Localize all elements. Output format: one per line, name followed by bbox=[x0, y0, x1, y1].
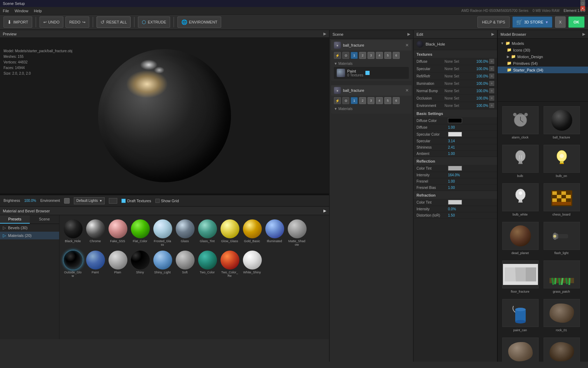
tex-icon-environment[interactable]: ≡ bbox=[489, 103, 494, 108]
extrude-button[interactable]: ⬡ EXTRUDE bbox=[138, 16, 170, 28]
scene-obj-2-header[interactable]: ● ball_fracture ✕ bbox=[331, 85, 412, 96]
color-swatch[interactable] bbox=[109, 198, 117, 204]
refr-color-swatch[interactable] bbox=[448, 200, 462, 205]
scene-expand-icon[interactable]: ▶ bbox=[407, 32, 410, 36]
model-item-ball-fracture[interactable]: ball_fracture bbox=[542, 104, 581, 141]
scene-num-10[interactable]: 4 bbox=[376, 97, 383, 104]
x-button[interactable]: X bbox=[555, 16, 565, 28]
mat-item-white-shiny[interactable]: White_Shiny bbox=[241, 249, 262, 279]
scene-num-5[interactable]: 5 bbox=[384, 52, 391, 59]
ok-button[interactable]: OK bbox=[568, 16, 585, 28]
model-item-bulb[interactable]: bulb bbox=[500, 143, 540, 179]
scene-obj-1-header[interactable]: ● ball_fracture ✕ bbox=[331, 40, 412, 50]
mat-item-paint[interactable]: Paint bbox=[85, 249, 106, 279]
model-item-rock-02[interactable]: rock_02 bbox=[500, 336, 540, 362]
refr-ior-value[interactable]: 1.50 bbox=[448, 213, 455, 217]
lights-dropdown[interactable]: Default Lights ▼ bbox=[74, 197, 105, 204]
mat-item-chrome[interactable]: Chrome bbox=[85, 218, 106, 248]
mat-item-black-hole[interactable]: Black_Hole bbox=[62, 218, 83, 248]
redo-button[interactable]: REDO ↪ bbox=[65, 16, 89, 28]
tex-pct-environment[interactable]: 100.0% bbox=[476, 104, 488, 108]
scene-num-2[interactable]: 2 bbox=[359, 52, 366, 59]
tree-models[interactable]: ▼ 📁 Models bbox=[498, 40, 588, 47]
specular-value[interactable]: 3.14 bbox=[448, 139, 455, 143]
model-item-dead-planet[interactable]: dead_planet bbox=[500, 220, 540, 257]
model-item-chess-board[interactable]: chess_board bbox=[542, 182, 581, 218]
tex-icon-refl[interactable]: ≡ bbox=[489, 74, 494, 79]
material-row-paint[interactable]: Paint 0 Textures bbox=[334, 67, 409, 79]
model-item-rock-03[interactable]: rock_03 bbox=[542, 336, 581, 362]
tree-starter-pack[interactable]: 📁 Starter_Pack (34) bbox=[498, 67, 588, 73]
tex-pct-normal-bump[interactable]: 100.0% bbox=[476, 89, 488, 93]
mat-item-two-color-re[interactable]: Two_Color_Re bbox=[219, 249, 240, 279]
tex-icon-specular[interactable]: ≡ bbox=[489, 66, 494, 71]
tex-icon-diffuse[interactable]: ≡ bbox=[489, 59, 494, 64]
tree-motion-design[interactable]: ▶ 📁 Motion_Design bbox=[498, 53, 588, 60]
tex-pct-illumination[interactable]: 100.0% bbox=[476, 82, 488, 86]
scene-num-9[interactable]: 3 bbox=[368, 97, 374, 104]
mat-item-matte-shadow[interactable]: Matte_Shadow bbox=[286, 218, 307, 248]
menu-file[interactable]: File bbox=[3, 9, 9, 13]
scene-num-1[interactable]: 1 bbox=[351, 52, 358, 59]
scene-obj-2-close[interactable]: ✕ bbox=[405, 88, 409, 93]
reset-all-button[interactable]: ↺ RESET ALL bbox=[97, 16, 131, 28]
mat-item-two-color[interactable]: Two_Color bbox=[197, 249, 218, 279]
scene-ctrl-icon-3[interactable]: ⚡ bbox=[334, 97, 341, 104]
model-browser-expand-icon[interactable]: ▶ bbox=[582, 32, 585, 36]
refr-intensity-value[interactable]: 0.0% bbox=[448, 207, 456, 211]
mat-item-glow-glass[interactable]: Glow_Glass bbox=[219, 218, 240, 248]
import-button[interactable]: ⬇ IMPORT bbox=[4, 16, 32, 28]
model-item-bulb-on[interactable]: bulb_on bbox=[542, 143, 581, 179]
show-grid-checkbox[interactable] bbox=[155, 199, 160, 203]
tex-pct-specular[interactable]: 100.0% bbox=[476, 67, 488, 71]
scene-obj-1-close[interactable]: ✕ bbox=[405, 43, 409, 48]
help-tips-button[interactable]: HELP & TIPS bbox=[477, 16, 510, 28]
scene-num-11[interactable]: 5 bbox=[384, 97, 391, 104]
undo-button[interactable]: ↩ UNDO bbox=[40, 16, 63, 28]
scene-num-3[interactable]: 3 bbox=[368, 52, 374, 59]
refl-fresnel-bias-value[interactable]: 1.00 bbox=[448, 186, 455, 190]
preview-expand-icon[interactable]: ▶ bbox=[323, 32, 326, 36]
mat-item-glass-tint[interactable]: Glass_Tint bbox=[197, 218, 218, 248]
edit-expand-icon[interactable]: ▶ bbox=[491, 32, 494, 36]
tree-icons[interactable]: 📁 Icons (30) bbox=[498, 47, 588, 53]
menu-window[interactable]: Window bbox=[15, 9, 28, 13]
diffuse-value[interactable]: 1.00 bbox=[448, 125, 455, 129]
mat-item-plain[interactable]: Plain bbox=[107, 249, 128, 279]
mat-tree-materials[interactable]: ▷ Materials (20) bbox=[0, 232, 59, 239]
scene-num-4[interactable]: 4 bbox=[376, 52, 383, 59]
mat-item-flat-color[interactable]: Flat_Color bbox=[130, 218, 150, 248]
tab-presets[interactable]: Presets bbox=[0, 215, 30, 224]
tex-icon-normal-bump[interactable]: ≡ bbox=[489, 88, 494, 93]
mat-item-outside-glow[interactable]: Outside_Glow bbox=[62, 249, 83, 279]
tab-scene[interactable]: Scene bbox=[30, 215, 59, 224]
brightness-value[interactable]: 100.0% bbox=[24, 199, 36, 203]
mat-item-gold-basic[interactable]: Gold_Basic bbox=[241, 218, 262, 248]
draft-textures-checkbox[interactable] bbox=[121, 199, 126, 203]
menu-help[interactable]: Help bbox=[34, 9, 42, 13]
shininess-value[interactable]: 2.41 bbox=[448, 145, 455, 149]
mat-item-frosted-glass[interactable]: Frosted_Glass bbox=[152, 218, 173, 248]
model-item-rock-01[interactable]: rock_01 bbox=[542, 297, 581, 334]
mat-item-fake-sss[interactable]: Fake_SSS bbox=[107, 218, 128, 248]
tree-primitives[interactable]: 📁 Primitives (54) bbox=[498, 60, 588, 67]
preview-canvas[interactable]: Model: Models/starter_pack/ball_fracture… bbox=[0, 38, 329, 193]
maximize-button[interactable]: □ bbox=[580, 1, 585, 6]
model-item-bulb-white[interactable]: bulb_white bbox=[500, 182, 540, 218]
scene-num-12[interactable]: 6 bbox=[393, 97, 400, 104]
mat-item-shiny-light[interactable]: Shiny_Light bbox=[152, 249, 173, 279]
refl-intensity-value[interactable]: 164.0% bbox=[448, 173, 460, 177]
tex-pct-occlusion[interactable]: 100.0% bbox=[476, 96, 488, 100]
model-item-alarm-clock[interactable]: alarm_clock bbox=[500, 104, 540, 141]
tex-pct-refl[interactable]: 100.0% bbox=[476, 74, 488, 78]
scene-num-6[interactable]: 6 bbox=[393, 52, 400, 59]
model-item-grass-patch[interactable]: grass_patch bbox=[542, 259, 581, 295]
tex-icon-illumination[interactable]: ≡ bbox=[489, 81, 494, 86]
scene-num-7[interactable]: 1 bbox=[351, 97, 358, 104]
ambient-value[interactable]: 1.00 bbox=[448, 152, 455, 156]
mat-tree-bevels[interactable]: ▷ Bevels (30) bbox=[0, 224, 59, 232]
scene-num-8[interactable]: 2 bbox=[359, 97, 366, 104]
refl-fresnel-value[interactable]: 1.00 bbox=[448, 179, 455, 183]
model-item-flash-light[interactable]: flash_light bbox=[542, 220, 581, 257]
scene-ctrl-icon-4[interactable]: ⚙ bbox=[342, 97, 349, 104]
